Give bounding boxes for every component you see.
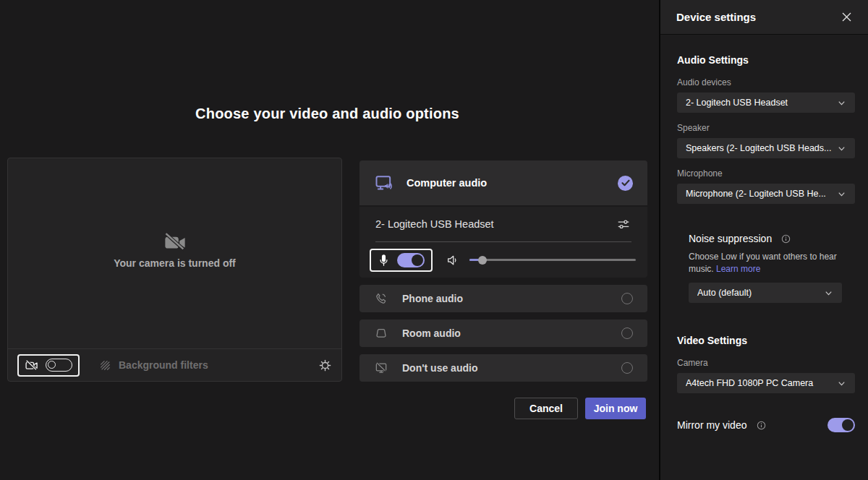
chevron-down-icon [837, 144, 846, 153]
close-icon[interactable] [841, 12, 852, 22]
camera-preview-footer: Background filters [8, 348, 341, 381]
computer-audio-label: Computer audio [407, 177, 487, 189]
chevron-down-icon [837, 189, 846, 199]
device-settings-gear-icon[interactable] [318, 359, 332, 372]
no-audio-icon [374, 361, 388, 375]
speaker-label: Speaker [677, 123, 855, 133]
volume-slider[interactable] [469, 259, 636, 261]
cancel-button[interactable]: Cancel [514, 398, 578, 419]
teams-prejoin-screen: Choose your video and audio options Your… [0, 0, 868, 480]
mirror-video-toggle[interactable] [827, 418, 855, 432]
audio-options: Computer audio 2- Logitech USB Headset [359, 160, 647, 382]
microphone-label: Microphone [677, 168, 855, 179]
speaker-volume [446, 253, 637, 267]
join-now-button[interactable]: Join now [585, 398, 646, 419]
chevron-down-icon [837, 379, 846, 388]
phone-audio-icon [374, 291, 388, 306]
device-settings-panel: Device settings Audio Settings Audio dev… [659, 0, 868, 480]
audio-settings-heading: Audio Settings [677, 54, 855, 66]
panel-title: Device settings [676, 11, 756, 23]
camera-value: A4tech FHD 1080P PC Camera [686, 378, 831, 388]
mic-toggle-switch[interactable] [397, 253, 425, 267]
page-title: Choose your video and audio options [0, 106, 655, 122]
phone-audio-option[interactable]: Phone audio [359, 285, 647, 312]
background-filters-icon [98, 359, 111, 372]
panel-body: Audio Settings Audio devices 2- Logitech… [660, 35, 868, 432]
info-icon[interactable] [781, 234, 791, 244]
mic-toggle-knob [412, 254, 423, 266]
audio-devices-value: 2- Logitech USB Headset [686, 98, 831, 108]
camera-dropdown[interactable]: A4tech FHD 1080P PC Camera [677, 373, 855, 393]
camera-toggle-switch[interactable] [46, 359, 72, 372]
panel-header: Device settings [660, 0, 868, 35]
computer-audio-icon [374, 173, 394, 192]
audio-device-name: 2- Logitech USB Headset [375, 218, 494, 230]
background-filters-button[interactable]: Background filters [98, 359, 208, 372]
mic-toggle[interactable] [370, 249, 433, 272]
speaker-dropdown[interactable]: Speakers (2- Logitech USB Heads... [677, 138, 855, 158]
camera-status-text: Your camera is turned off [114, 257, 236, 269]
room-audio-icon [374, 326, 388, 340]
mirror-video-label: Mirror my video [677, 419, 746, 431]
room-audio-label: Room audio [402, 327, 461, 339]
audio-devices-dropdown[interactable]: 2- Logitech USB Headset [677, 93, 855, 113]
video-settings-heading: Video Settings [677, 335, 855, 346]
camera-toggle-knob [48, 361, 56, 369]
no-audio-label: Don't use audio [402, 362, 477, 374]
learn-more-link[interactable]: Learn more [716, 264, 760, 274]
background-filters-label: Background filters [119, 359, 208, 371]
device-options-icon[interactable] [616, 217, 631, 231]
camera-off-icon [163, 231, 187, 252]
mic-icon [378, 253, 390, 267]
mic-volume-row [359, 242, 647, 278]
room-audio-option[interactable]: Room audio [359, 320, 647, 347]
volume-slider-thumb[interactable] [478, 256, 487, 265]
mirror-video-row: Mirror my video [677, 418, 855, 432]
footer-actions: Cancel Join now [514, 398, 646, 419]
camera-toggle[interactable] [17, 354, 80, 377]
noise-suppression-section: Noise suppression Choose Low if you want… [689, 233, 855, 303]
camera-off-message: Your camera is turned off [8, 231, 341, 269]
speaker-value: Speakers (2- Logitech USB Heads... [686, 143, 831, 153]
microphone-dropdown[interactable]: Microphone (2- Logitech USB He... [677, 184, 855, 204]
chevron-down-icon [837, 98, 846, 108]
camera-label: Camera [677, 358, 855, 368]
mirror-video-toggle-knob [842, 419, 854, 431]
info-icon[interactable] [757, 421, 766, 430]
microphone-value: Microphone (2- Logitech USB He... [686, 189, 831, 199]
computer-audio-option[interactable]: Computer audio [359, 160, 647, 205]
chevron-down-icon [824, 288, 833, 298]
noise-suppression-value: Auto (default) [697, 288, 818, 298]
speaker-icon [446, 253, 460, 267]
no-audio-radio[interactable] [621, 362, 633, 374]
phone-audio-radio[interactable] [621, 293, 633, 304]
noise-suppression-dropdown[interactable]: Auto (default) [689, 283, 842, 303]
audio-devices-label: Audio devices [677, 77, 855, 87]
camera-preview: Your camera is turned off [7, 158, 342, 382]
noise-suppression-title: Noise suppression [689, 233, 772, 244]
audio-device-row: 2- Logitech USB Headset [359, 207, 647, 241]
no-audio-option[interactable]: Don't use audio [359, 354, 647, 382]
room-audio-radio[interactable] [621, 327, 633, 339]
noise-suppression-description: Choose Low if you want others to hear mu… [689, 251, 851, 275]
computer-audio-detail: 2- Logitech USB Headset [359, 207, 647, 278]
selected-check-icon [618, 176, 633, 191]
phone-audio-label: Phone audio [402, 293, 463, 304]
camera-off-icon [25, 359, 39, 372]
prejoin-main: Choose your video and audio options Your… [0, 0, 659, 480]
